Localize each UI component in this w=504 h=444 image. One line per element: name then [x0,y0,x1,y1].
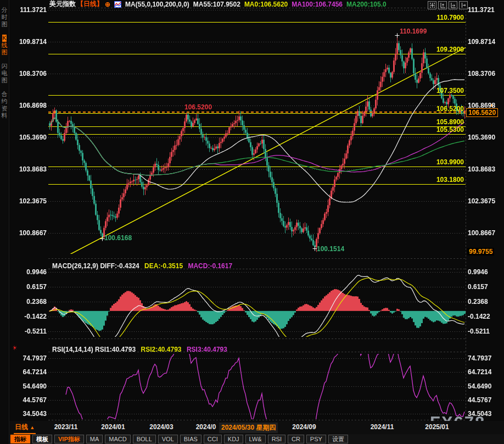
toolbar-tab-BIAS[interactable]: BIAS [180,435,201,443]
crosshair-date-box: 2024/05/30 星期四 [219,423,278,433]
sidebar-item-3[interactable]: 闪电图 [0,63,9,84]
sidebar-item-char: 资 [2,105,8,112]
pan-crosshair-icon[interactable] [428,1,436,9]
sidebar-item-char: 线 [2,42,8,49]
toolbar-tab-模板[interactable]: 模板 [32,435,52,443]
left-sidebar: 分时图K线图闪电图合约资料 [0,0,9,444]
chart-type-icon[interactable] [114,1,121,8]
time-tick: 2023/11 [54,423,78,431]
time-tick: 2024/0 [196,423,216,431]
sidebar-item-char: 闪 [2,63,8,70]
time-tick: 2024/09 [292,423,316,431]
sidebar-item-char: 时 [2,14,8,21]
chart-canvas[interactable] [0,0,504,421]
sidebar-item-2[interactable]: K线图 [0,35,9,56]
toolbar-tab-VOL[interactable]: VOL [158,435,178,443]
sidebar-item-char: 分 [2,7,8,14]
add-indicator-icon[interactable]: ⊕ [105,1,110,8]
period-dropdown-arrow-icon: ▲ [30,425,35,430]
ma55-value: MA55:107.9502 [193,1,240,8]
sidebar-item-char: 图 [2,49,8,56]
symbol-title: 美元指数 [49,0,76,9]
scale-x-axis-icon[interactable] [449,1,457,9]
time-axis: 日线 ▲ 2023/112024/012024/032024/02024/092… [9,421,504,434]
time-tick: 2024/03 [149,423,173,431]
sidebar-item-1[interactable]: 分时图 [0,7,9,28]
ma-params: MA(55,0,100,200,0,0) [125,1,189,8]
toolbar-tab-VIP指标[interactable]: VIP指标 [54,435,84,443]
sidebar-item-4[interactable]: 合约资料 [0,91,9,119]
toolbar-tab-CCI[interactable]: CCI [204,435,222,443]
chart-tool-buttons [428,1,468,9]
time-tick: 2024/01 [101,423,125,431]
sidebar-item-char: 合 [2,91,8,98]
toolbar-tab-MA[interactable]: MA [86,435,103,443]
shift-right-icon[interactable] [459,1,468,9]
period-selector[interactable]: 日线 ▲ [14,423,36,434]
ma100-value: MA100:106.7456 [292,1,343,8]
toolbar-tab-BOLL[interactable]: BOLL [133,435,156,443]
toolbar-tab-KDJ[interactable]: KDJ [224,435,243,443]
indicator-toolbar: 指标模板VIP指标MAMACDBOLLVOLBIASCCIKDJLW&RSICR… [9,434,504,444]
ma200-value: MA200:105.0 [346,1,387,8]
toolbar-tab-MACD[interactable]: MACD [105,435,130,443]
sidebar-item-char: 图 [2,77,8,84]
sidebar-item-char: 料 [2,112,8,119]
toolbar-tab-RSI[interactable]: RSI [268,435,285,443]
scale-y-axis-icon[interactable] [438,1,447,9]
toolbar-tab-PSY[interactable]: PSY [306,435,326,443]
time-tick: 2024/11 [371,423,394,431]
toolbar-tab-CR[interactable]: CR [288,435,304,443]
sidebar-item-char: 图 [2,21,8,28]
period-tag: 【日线】 [77,0,103,9]
sidebar-item-char: 电 [2,70,8,77]
sidebar-item-char: 约 [2,98,8,105]
ma0-value: MA0:106.5620 [244,1,288,8]
sidebar-item-char: K [2,35,6,42]
toolbar-tab-指标[interactable]: 指标 [10,435,30,443]
toolbar-tab-LW&[interactable]: LW& [245,435,266,443]
chart-header: 美元指数 【日线】 ⊕ MA(55,0,100,200,0,0) MA55:10… [49,0,387,8]
toolbar-tab-设置[interactable]: 设置 [328,435,348,443]
time-tick: 2025/01 [425,423,449,431]
